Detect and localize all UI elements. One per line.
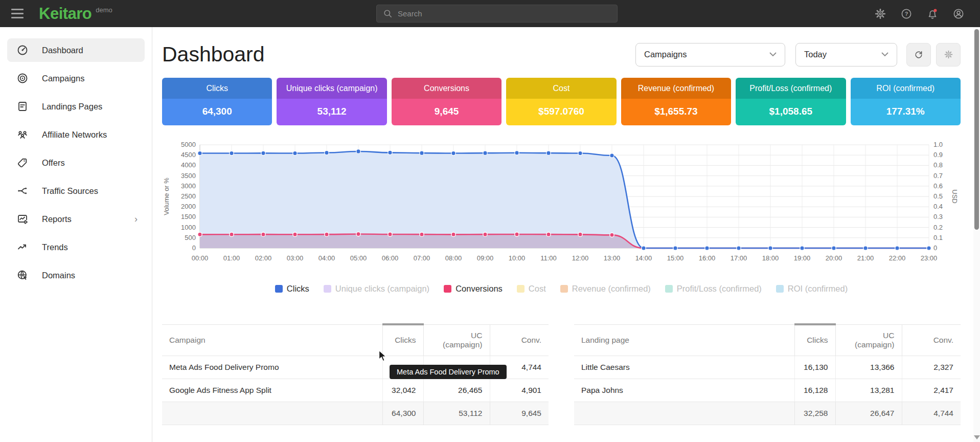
- scroll-down-icon[interactable]: [974, 435, 980, 439]
- search-input[interactable]: [398, 9, 602, 18]
- totals-cell: 26,647: [835, 402, 902, 425]
- svg-text:0.6: 0.6: [933, 182, 943, 190]
- metric-card-revenue-confirmed-[interactable]: Revenue (confirmed)$1,655.73: [621, 78, 731, 125]
- metric-card-label: Cost: [506, 78, 616, 99]
- legend-swatch: [275, 285, 283, 293]
- metric-card-clicks[interactable]: Clicks64,300: [162, 78, 272, 125]
- scrollbar-thumb[interactable]: [974, 29, 979, 230]
- refresh-button[interactable]: [906, 43, 931, 67]
- vertical-scrollbar[interactable]: [973, 27, 980, 442]
- metric-card-profit-loss-confirmed-[interactable]: Profit/Loss (confirmed)$1,058.65: [736, 78, 846, 125]
- campaigns-filter-select[interactable]: Campaigns: [635, 43, 785, 67]
- svg-text:2500: 2500: [181, 192, 196, 200]
- table-cell: Little Caesars: [574, 356, 794, 379]
- svg-text:3000: 3000: [181, 182, 196, 190]
- column-header-clicks[interactable]: Clicks: [794, 324, 835, 356]
- dashboard-chart[interactable]: 0500100015002000250030003500400045005000…: [162, 140, 960, 269]
- legend-item-unique-clicks-campaign-[interactable]: Unique clicks (campaign): [324, 284, 429, 294]
- column-header-clicks[interactable]: Clicks: [382, 324, 423, 356]
- legend-item-conversions[interactable]: Conversions: [444, 284, 503, 294]
- notification-dot: [933, 9, 937, 12]
- column-header-landing-page[interactable]: Landing page: [574, 324, 794, 356]
- landings-table: Landing pageClicksUC (campaign)Conv.Litt…: [574, 323, 961, 425]
- metric-card-roi-confirmed-[interactable]: ROI (confirmed)177.31%: [851, 78, 961, 125]
- table-cell: Google Ads Fitness App Split: [162, 379, 382, 402]
- column-header-conv-[interactable]: Conv.: [490, 324, 549, 356]
- table-row[interactable]: Little Caesars16,13013,3662,327: [574, 356, 961, 379]
- legend-swatch: [560, 285, 568, 293]
- help-icon[interactable]: ?: [900, 8, 913, 20]
- sidebar-item-campaigns[interactable]: Campaigns: [7, 67, 145, 90]
- column-header-conv-[interactable]: Conv.: [902, 324, 961, 356]
- metric-card-conversions[interactable]: Conversions9,645: [392, 78, 502, 125]
- legend-item-revenue-confirmed-[interactable]: Revenue (confirmed): [560, 284, 651, 294]
- sidebar-item-reports[interactable]: Reports›: [7, 207, 145, 231]
- topbar: Keitaro demo ?: [0, 0, 980, 27]
- svg-text:0: 0: [933, 244, 937, 252]
- app-logo[interactable]: Keitaro: [39, 5, 92, 23]
- svg-text:0.9: 0.9: [933, 151, 943, 159]
- svg-text:03:00: 03:00: [287, 254, 304, 262]
- account-icon[interactable]: [952, 8, 965, 20]
- metric-card-label: Profit/Loss (confirmed): [736, 78, 846, 99]
- svg-text:3500: 3500: [181, 172, 196, 180]
- metric-card-value: 9,645: [392, 99, 502, 125]
- sidebar-item-landings-pages[interactable]: Landings Pages: [7, 95, 145, 118]
- sidebar-item-label: Offers: [42, 158, 138, 168]
- row-tooltip: Meta Ads Food Delivery Promo: [390, 365, 507, 379]
- sidebar-item-label: Reports: [42, 214, 134, 224]
- column-header-uc-campaign-[interactable]: UC (campaign): [423, 324, 490, 356]
- menu-icon[interactable]: [6, 4, 30, 24]
- svg-text:5000: 5000: [181, 141, 196, 148]
- svg-text:?: ?: [905, 11, 908, 17]
- people-group-icon: [16, 128, 29, 141]
- sidebar-item-domains[interactable]: Domains: [7, 263, 145, 287]
- legend-item-cost[interactable]: Cost: [517, 284, 546, 294]
- metric-cards: Clicks64,300Unique clicks (campaign)53,1…: [162, 78, 961, 125]
- svg-text:07:00: 07:00: [414, 254, 430, 262]
- svg-text:11:00: 11:00: [540, 254, 557, 262]
- sidebar-item-label: Landings Pages: [42, 102, 138, 112]
- sidebar-item-dashboard[interactable]: Dashboard: [7, 38, 145, 62]
- refresh-icon: [914, 50, 924, 60]
- svg-text:0.4: 0.4: [933, 203, 943, 210]
- date-range-select[interactable]: Today: [795, 43, 897, 67]
- settings-icon[interactable]: [874, 8, 886, 20]
- totals-row: 64,30053,1129,645: [162, 402, 549, 425]
- table-cell: 13,366: [835, 356, 902, 379]
- totals-cell: 9,645: [490, 402, 549, 425]
- legend-item-clicks[interactable]: Clicks: [275, 284, 309, 294]
- table-row[interactable]: Papa Johns16,12813,2812,417: [574, 379, 961, 402]
- table-row[interactable]: Google Ads Fitness App Split32,04226,465…: [162, 379, 549, 402]
- sidebar-item-traffic-sources[interactable]: Traffic Sources: [7, 179, 145, 203]
- dashboard-settings-button[interactable]: [936, 43, 961, 67]
- svg-text:08:00: 08:00: [445, 254, 462, 262]
- metric-card-cost[interactable]: Cost$597.0760: [506, 78, 616, 125]
- sidebar-item-offers[interactable]: sOffers: [7, 151, 145, 174]
- svg-text:USD: USD: [951, 189, 959, 203]
- legend-item-profit-loss-confirmed-[interactable]: Profit/Loss (confirmed): [665, 284, 762, 294]
- sidebar-item-label: Domains: [42, 271, 138, 280]
- search-bar[interactable]: [376, 5, 618, 23]
- legend-swatch: [324, 285, 331, 293]
- gear-icon: [944, 50, 953, 59]
- sidebar-item-affiliate-networks[interactable]: Affiliate Networks: [7, 123, 145, 146]
- metric-card-value: 177.31%: [851, 99, 961, 125]
- campaigns-filter-value: Campaigns: [644, 50, 687, 59]
- notifications-icon[interactable]: [926, 8, 939, 20]
- column-header-campaign[interactable]: Campaign: [162, 324, 382, 356]
- sidebar-item-trends[interactable]: Trends: [7, 235, 145, 259]
- totals-cell: [574, 402, 794, 425]
- svg-text:18:00: 18:00: [762, 254, 779, 262]
- page-title: Dashboard: [162, 42, 265, 67]
- table-cell: 4,901: [490, 379, 549, 402]
- sidebar-item-label: Traffic Sources: [42, 186, 138, 196]
- svg-text:17:00: 17:00: [731, 254, 747, 262]
- svg-text:12:00: 12:00: [572, 254, 589, 262]
- legend-item-roi-confirmed-[interactable]: ROI (confirmed): [776, 284, 848, 294]
- svg-text:05:00: 05:00: [350, 254, 367, 262]
- metric-card-unique-clicks-campaign-[interactable]: Unique clicks (campaign)53,112: [277, 78, 386, 125]
- column-header-uc-campaign-[interactable]: UC (campaign): [835, 324, 902, 356]
- table-cell: Papa Johns: [574, 379, 794, 402]
- target-icon: [16, 72, 29, 84]
